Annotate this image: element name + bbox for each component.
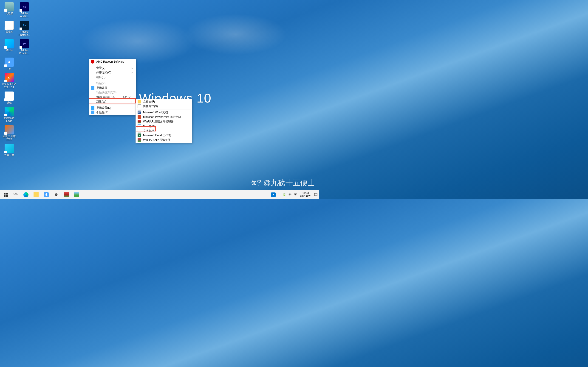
desktop-icon-label: 微信 <box>7 101 12 104</box>
menu-shortcut: Ctrl+Z <box>123 95 131 99</box>
tray-clock[interactable]: 11:33 2021/8/25 <box>299 192 313 198</box>
desktop-icon-label: Adobe Photosh... <box>17 30 31 36</box>
app-icon <box>5 125 14 134</box>
menu-separator <box>137 109 191 109</box>
tray-ime[interactable]: 英 <box>293 192 298 197</box>
desktop-icon[interactable]: IJIntelliJ IDEA 2021.2.1 <box>2 73 17 89</box>
menu-item[interactable]: RTF 格式 <box>136 124 191 128</box>
taskbar-app-edge[interactable] <box>21 190 31 199</box>
menu-item[interactable]: 显示效果 <box>89 85 135 90</box>
task-view-button[interactable] <box>11 190 21 199</box>
desktop-icon[interactable]: PrAdobe Premie... <box>17 39 32 55</box>
taskbar-app-winrar[interactable] <box>61 190 71 199</box>
desktop-icon[interactable]: PsAdobe Photosh... <box>17 20 32 37</box>
tray-chevron-icon[interactable]: ˄ <box>277 192 281 197</box>
taskbar-app-tim[interactable]: ✱ <box>41 190 51 199</box>
menu-item[interactable]: 新建(W)▶ <box>89 99 135 104</box>
menu-item-label: 文件夹(F) <box>143 100 155 104</box>
menu-item-label: Microsoft PowerPoint 演示文稿 <box>143 115 181 119</box>
app-icon: Ps <box>20 21 29 30</box>
svg-rect-5 <box>16 193 18 194</box>
desktop-icon[interactable]: ✱TIM <box>2 57 17 71</box>
menu-separator <box>90 105 135 105</box>
menu-item-label: 刷新(E) <box>96 75 105 79</box>
menu-separator <box>90 65 135 65</box>
desktop-icon[interactable]: 天翼云盘 <box>2 143 17 157</box>
menu-item-label: 文本文档 <box>143 129 154 133</box>
desktop-icon[interactable]: MIUI+ <box>2 39 17 55</box>
menu-item[interactable]: AMD Radeon Software <box>89 59 135 64</box>
desktop-icon-label: 天翼云盘 <box>4 153 14 156</box>
rtf-icon <box>138 124 141 128</box>
desktop-icon-label: TIM <box>7 67 11 70</box>
desktop-icon-label: Adobe Premie... <box>17 49 31 55</box>
winrar-icon <box>64 192 69 197</box>
menu-item-label: AMD Radeon Software <box>96 60 124 63</box>
tray-battery-icon[interactable]: 🔋 <box>282 192 287 197</box>
menu-item[interactable]: 个性化(R) <box>89 110 135 115</box>
svg-rect-1 <box>6 193 8 194</box>
menu-item[interactable]: WinRAR 压缩文件管理器 <box>136 119 191 124</box>
txt-icon <box>138 129 141 133</box>
app-icon <box>5 92 14 101</box>
taskbar-app-photos[interactable] <box>72 190 81 199</box>
taskbar-right: ✦ ˄ 🔋 英 11:33 2021/8/25 <box>271 192 319 198</box>
menu-item[interactable]: 文本文档 <box>136 128 191 133</box>
app-icon: Pr <box>20 39 29 48</box>
menu-item-label: 查看(V) <box>96 66 105 70</box>
desktop-icon-label: Microsoft Edge <box>2 117 16 123</box>
tray-date: 2021/8/25 <box>300 195 311 198</box>
context-submenu-new: 文件夹(F)快捷方式(S)WMicrosoft Word 文档PMicrosof… <box>136 99 192 143</box>
rar-icon <box>138 120 141 123</box>
menu-item: 粘贴快捷方式(S) <box>89 90 135 95</box>
app-icon: IJ <box>5 73 14 82</box>
taskbar-app-settings[interactable]: ⚙ <box>52 190 61 199</box>
menu-item[interactable]: 显示设置(D) <box>89 106 135 110</box>
svg-rect-4 <box>14 193 15 194</box>
desktop-icon[interactable]: 图吧工具箱2020 <box>2 125 17 141</box>
menu-item[interactable]: WinRAR ZIP 压缩文件 <box>136 138 191 142</box>
desktop-icon-label: MIUI+ <box>6 49 13 52</box>
menu-item[interactable]: 文件夹(F) <box>136 99 191 104</box>
ppt-icon: P <box>138 115 141 119</box>
menu-item[interactable]: 排序方式(O)▶ <box>89 70 135 75</box>
start-button[interactable] <box>1 190 10 199</box>
folder-icon <box>34 192 39 197</box>
menu-item-label: 新建(W) <box>96 100 106 104</box>
menu-item[interactable]: 撤消 重命名(U)Ctrl+Z <box>89 95 135 99</box>
menu-item[interactable]: XMicrosoft Excel 工作表 <box>136 133 191 138</box>
amd-icon <box>91 60 95 64</box>
menu-item-label: WinRAR ZIP 压缩文件 <box>143 138 170 142</box>
desktop-icon[interactable]: 微信 <box>2 91 17 105</box>
menu-item[interactable]: 快捷方式(S) <box>136 104 191 108</box>
chevron-right-icon: ▶ <box>132 100 133 103</box>
menu-item-label: 撤消 重命名(U) <box>96 95 115 99</box>
menu-item-label: 粘贴(P) <box>96 81 105 85</box>
app-icon <box>5 144 14 153</box>
desktop-icon-label: IntelliJ IDEA 2021.2.1 <box>2 83 16 89</box>
tray-security-icon[interactable]: ✦ <box>271 192 276 197</box>
desktop[interactable]: 此电脑AuAdobe Auditi...回收站PsAdobe Photosh..… <box>0 0 319 190</box>
desktop-icon[interactable]: Microsoft Edge <box>2 106 17 123</box>
taskbar-app-explorer[interactable] <box>31 190 41 199</box>
menu-item[interactable]: 刷新(E) <box>89 75 135 79</box>
menu-item-label: 显示设置(D) <box>96 106 111 110</box>
desktop-icon[interactable]: 此电脑 <box>2 2 17 18</box>
desktop-icon[interactable]: AuAdobe Auditi... <box>17 2 32 18</box>
tray-wifi-icon[interactable] <box>288 192 292 197</box>
desktop-icon-label: 图吧工具箱2020 <box>2 135 16 141</box>
taskbar: ✱ ⚙ ✦ ˄ 🔋 英 11:33 2021/8/25 <box>0 190 319 199</box>
menu-item-label: WinRAR 压缩文件管理器 <box>143 120 174 124</box>
desktop-icon[interactable]: 回收站 <box>2 20 17 37</box>
svg-rect-2 <box>4 195 6 197</box>
tray-notifications-icon[interactable] <box>313 192 318 197</box>
tim-icon: ✱ <box>44 192 49 197</box>
menu-item[interactable]: 查看(V)▶ <box>89 66 135 70</box>
app-icon <box>5 21 14 30</box>
watermark: 知乎 @九磅十五便士 <box>251 178 315 188</box>
menu-item[interactable]: PMicrosoft PowerPoint 演示文稿 <box>136 115 191 119</box>
menu-item[interactable]: WMicrosoft Word 文档 <box>136 110 191 115</box>
app-icon <box>5 107 14 116</box>
chevron-right-icon: ▶ <box>132 67 133 69</box>
desktop-icon-label: 回收站 <box>6 30 13 33</box>
